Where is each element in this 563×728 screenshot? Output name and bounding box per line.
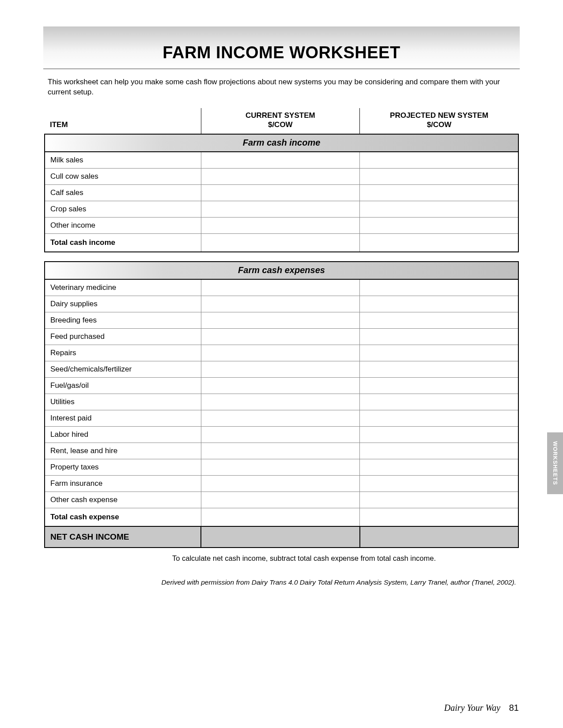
col-projected: PROJECTED NEW SYSTEM $/COW (360, 108, 518, 135)
income-row-current[interactable] (201, 201, 359, 218)
expense-row-current[interactable] (201, 427, 359, 443)
income-row-projected[interactable] (360, 218, 518, 234)
footer-page-number: 81 (509, 703, 519, 713)
expense-row-label: Feed purchased (45, 329, 201, 345)
income-total-label: Total cash income (45, 234, 201, 252)
income-row-projected[interactable] (360, 152, 518, 169)
expense-row: Feed purchased (45, 329, 518, 345)
income-row-current[interactable] (201, 169, 359, 185)
col-current-line2: $/COW (268, 120, 293, 129)
expense-row-label: Interest paid (45, 410, 201, 427)
expense-row-label: Repairs (45, 345, 201, 361)
expense-row-current[interactable] (201, 459, 359, 476)
expenses-total-projected[interactable] (360, 508, 518, 527)
income-row-projected[interactable] (360, 185, 518, 201)
expenses-total-row: Total cash expense (45, 508, 518, 527)
expense-row: Farm insurance (45, 476, 518, 492)
net-current[interactable] (201, 526, 359, 548)
expense-row-projected[interactable] (360, 329, 518, 345)
expense-row-projected[interactable] (360, 476, 518, 492)
footer-book-title: Dairy Your Way (444, 703, 500, 713)
net-projected[interactable] (360, 526, 518, 548)
col-projected-line2: $/COW (427, 120, 452, 129)
col-current-line1: CURRENT SYSTEM (246, 111, 315, 120)
expense-row-projected[interactable] (360, 279, 518, 296)
expense-row-projected[interactable] (360, 459, 518, 476)
expense-row-current[interactable] (201, 345, 359, 361)
expense-row-label: Labor hired (45, 427, 201, 443)
income-row-current[interactable] (201, 218, 359, 234)
expense-row-current[interactable] (201, 394, 359, 410)
expense-row: Fuel/gas/oil (45, 378, 518, 394)
expense-row: Interest paid (45, 410, 518, 427)
expenses-total-current[interactable] (201, 508, 359, 527)
side-tab-worksheets: WORKSHEETS (547, 432, 563, 494)
expenses-heading: Farm cash expenses (45, 262, 518, 279)
col-current: CURRENT SYSTEM $/COW (201, 108, 359, 135)
expense-row-label: Breeding fees (45, 312, 201, 329)
expense-row-label: Fuel/gas/oil (45, 378, 201, 394)
col-item: ITEM (45, 108, 201, 135)
expense-row-current[interactable] (201, 476, 359, 492)
expense-row-projected[interactable] (360, 345, 518, 361)
income-row-current[interactable] (201, 185, 359, 201)
expense-row: Other cash expense (45, 492, 518, 508)
expense-row-label: Rent, lease and hire (45, 443, 201, 459)
expense-row-current[interactable] (201, 279, 359, 296)
page-content: FARM INCOME WORKSHEET This worksheet can… (0, 0, 563, 728)
income-heading: Farm cash income (45, 134, 518, 152)
expense-row-current[interactable] (201, 312, 359, 329)
expense-row: Property taxes (45, 459, 518, 476)
column-header-row: ITEM CURRENT SYSTEM $/COW PROJECTED NEW … (45, 108, 518, 135)
expense-row-projected[interactable] (360, 361, 518, 378)
col-projected-line1: PROJECTED NEW SYSTEM (390, 111, 488, 120)
expense-row-current[interactable] (201, 329, 359, 345)
page-title: FARM INCOME WORKSHEET (43, 43, 520, 62)
expense-row-projected[interactable] (360, 443, 518, 459)
income-row-current[interactable] (201, 152, 359, 169)
expense-row: Dairy supplies (45, 296, 518, 312)
income-row: Cull cow sales (45, 169, 518, 185)
expense-row-projected[interactable] (360, 296, 518, 312)
income-row-label: Calf sales (45, 185, 201, 201)
income-row-label: Cull cow sales (45, 169, 201, 185)
expense-row-label: Seed/chemicals/fertilizer (45, 361, 201, 378)
income-total-projected[interactable] (360, 234, 518, 252)
expense-row: Veterinary medicine (45, 279, 518, 296)
source-credit: Derived with permission from Dairy Trans… (44, 578, 519, 586)
expense-row-current[interactable] (201, 296, 359, 312)
intro-paragraph: This worksheet can help you make some ca… (48, 77, 515, 98)
net-cash-income-row: NET CASH INCOME (45, 526, 518, 548)
expense-row-projected[interactable] (360, 410, 518, 427)
income-total-current[interactable] (201, 234, 359, 252)
section-spacer (45, 252, 518, 262)
expense-row-current[interactable] (201, 410, 359, 427)
expense-row-projected[interactable] (360, 492, 518, 508)
income-total-row: Total cash income (45, 234, 518, 252)
expense-row: Rent, lease and hire (45, 443, 518, 459)
expense-row-current[interactable] (201, 443, 359, 459)
income-row-label: Other income (45, 218, 201, 234)
expense-row-label: Property taxes (45, 459, 201, 476)
expense-row: Repairs (45, 345, 518, 361)
expense-row-label: Other cash expense (45, 492, 201, 508)
expense-row: Utilities (45, 394, 518, 410)
expense-row-projected[interactable] (360, 394, 518, 410)
income-row-label: Milk sales (45, 152, 201, 169)
income-row: Calf sales (45, 185, 518, 201)
expense-row-label: Veterinary medicine (45, 279, 201, 296)
income-row-projected[interactable] (360, 201, 518, 218)
expenses-total-label: Total cash expense (45, 508, 201, 527)
income-row: Milk sales (45, 152, 518, 169)
expense-row-current[interactable] (201, 361, 359, 378)
expense-row: Seed/chemicals/fertilizer (45, 361, 518, 378)
net-label: NET CASH INCOME (45, 526, 201, 548)
expense-row: Breeding fees (45, 312, 518, 329)
income-row-projected[interactable] (360, 169, 518, 185)
expense-row-projected[interactable] (360, 378, 518, 394)
expense-row-current[interactable] (201, 492, 359, 508)
expense-row-current[interactable] (201, 378, 359, 394)
expense-row-projected[interactable] (360, 427, 518, 443)
income-row: Other income (45, 218, 518, 234)
expense-row-projected[interactable] (360, 312, 518, 329)
